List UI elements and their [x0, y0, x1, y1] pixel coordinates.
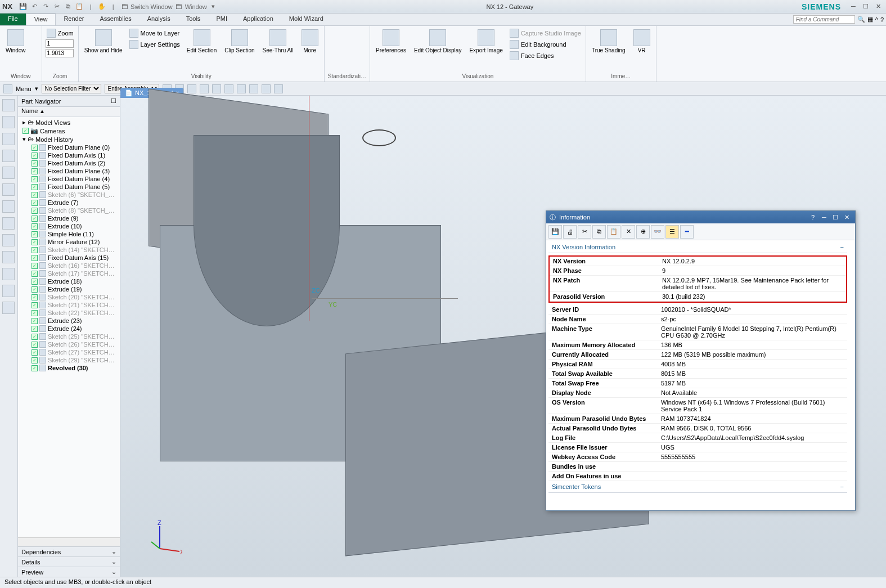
- edit-object-display-button[interactable]: Edit Object Display: [412, 28, 464, 55]
- tb-icon3[interactable]: [187, 84, 196, 93]
- tab-pmi[interactable]: PMI: [208, 14, 235, 25]
- tree-item[interactable]: ✓Fixed Datum Plane (5): [19, 183, 119, 191]
- tree-item[interactable]: ✓Sketch (26) "SKETCH_…: [19, 340, 119, 348]
- tree-item[interactable]: ✓Sketch (17) "SKETCH_…: [19, 270, 119, 277]
- tree-item[interactable]: ✓Sketch (20) "SKETCH_…: [19, 293, 119, 301]
- minimize-button[interactable]: ─: [848, 3, 859, 10]
- tree-item[interactable]: ✓Extrude (23): [19, 317, 119, 325]
- search-icon[interactable]: 🔍: [857, 16, 865, 23]
- copy-icon[interactable]: ⧉: [63, 2, 73, 12]
- tree-item[interactable]: ✓Sketch (6) "SKETCH_0…: [19, 191, 119, 199]
- redo-icon[interactable]: ↷: [41, 2, 51, 12]
- part-navigator-icon[interactable]: [2, 116, 15, 128]
- tb-icon8[interactable]: [249, 84, 258, 93]
- capture-studio-button[interactable]: Capture Studio Image: [509, 28, 582, 38]
- glasses-icon[interactable]: 👓: [651, 225, 664, 239]
- zoom-scale-input[interactable]: [46, 39, 74, 48]
- tree-item[interactable]: ✓Extrude (18): [19, 277, 119, 285]
- window-menu-icon[interactable]: 🗔: [174, 2, 184, 12]
- tree-item[interactable]: ✓Sketch (21) "SKETCH_…: [19, 301, 119, 309]
- options-icon[interactable]: ▦: [867, 16, 873, 23]
- print-icon[interactable]: 🖨: [563, 225, 577, 239]
- navigator-dependencies[interactable]: Dependencies⌄: [18, 546, 120, 556]
- tree-item[interactable]: ✓Extrude (24): [19, 325, 119, 333]
- tb-icon6[interactable]: [224, 84, 233, 93]
- dialog-help-icon[interactable]: ?: [808, 214, 818, 221]
- tab-render[interactable]: Render: [56, 14, 92, 25]
- tab-assemblies[interactable]: Assemblies: [92, 14, 139, 25]
- tb-icon10[interactable]: [274, 84, 283, 93]
- edit-section-button[interactable]: Edit Section: [185, 28, 219, 55]
- tree-item[interactable]: ✓Revolved (30): [19, 364, 119, 372]
- navigator-pin-icon[interactable]: ☐: [111, 97, 116, 105]
- dialog-maximize-icon[interactable]: ☐: [830, 214, 840, 221]
- view-icon[interactable]: [2, 183, 15, 196]
- dropdown-icon[interactable]: ▾: [208, 2, 218, 12]
- tab-mold[interactable]: Mold Wizard: [281, 14, 331, 25]
- undo-icon[interactable]: ↶: [29, 2, 39, 12]
- touch-icon[interactable]: ✋: [97, 2, 107, 12]
- clip-section-button[interactable]: Clip Section: [222, 28, 257, 55]
- navigator-details[interactable]: Details⌄: [18, 556, 120, 567]
- collapse-icon[interactable]: ━: [680, 225, 694, 239]
- reuse-library-icon[interactable]: [2, 167, 15, 179]
- section-nx-version[interactable]: NX Version Information−: [548, 241, 847, 253]
- export-image-button[interactable]: Export Image: [467, 28, 505, 55]
- maximize-button[interactable]: ☐: [860, 3, 871, 10]
- info-icon[interactable]: [2, 217, 15, 230]
- layers-icon[interactable]: [2, 200, 15, 213]
- tree-item[interactable]: ✓Sketch (8) "SKETCH_0…: [19, 207, 119, 214]
- true-shading-button[interactable]: True Shading: [590, 28, 628, 55]
- history-icon[interactable]: [2, 234, 15, 246]
- tree-item[interactable]: ✓Sketch (22) "SKETCH_…: [19, 309, 119, 317]
- dialog-close-icon[interactable]: ✕: [842, 214, 852, 221]
- cut-info-icon[interactable]: ✂: [578, 225, 591, 239]
- tree-item[interactable]: ✓Extrude (7): [19, 199, 119, 207]
- tab-tools[interactable]: Tools: [178, 14, 209, 25]
- tree-item[interactable]: ✓Sketch (25) "SKETCH_…: [19, 333, 119, 340]
- menu-button[interactable]: Menu: [16, 86, 32, 92]
- tools-icon[interactable]: [2, 268, 15, 280]
- tree-cameras[interactable]: ✓ 📷 Cameras: [19, 127, 119, 135]
- window-button[interactable]: Window: [3, 28, 28, 55]
- close-button[interactable]: ✕: [872, 3, 884, 10]
- clock-icon[interactable]: [2, 251, 15, 263]
- tree-item[interactable]: ✓Simple Hole (11): [19, 230, 119, 238]
- navigator-column-name[interactable]: Name ▲: [18, 107, 120, 117]
- help-icon[interactable]: ?: [880, 16, 884, 23]
- window-menu-button[interactable]: Window: [185, 2, 207, 12]
- paste-info-icon[interactable]: 📋: [607, 225, 620, 239]
- misc-icon[interactable]: [2, 302, 15, 314]
- tree-item[interactable]: ✓Sketch (14) "SKETCH_…: [19, 246, 119, 254]
- tree-item[interactable]: ✓Fixed Datum Plane (0): [19, 143, 119, 151]
- tree-item[interactable]: ✓Fixed Datum Axis (1): [19, 151, 119, 159]
- cut-icon[interactable]: ✂: [52, 2, 62, 12]
- tree-item[interactable]: ✓Sketch (16) "SKETCH_…: [19, 262, 119, 270]
- tb-icon7[interactable]: [237, 84, 246, 93]
- tree-item[interactable]: ✓Fixed Datum Plane (4): [19, 175, 119, 183]
- tb-icon5[interactable]: [212, 84, 221, 93]
- save-info-icon[interactable]: 💾: [548, 225, 562, 239]
- tree-item[interactable]: ✓Mirror Feature (12): [19, 238, 119, 246]
- navigator-preview[interactable]: Preview⌄: [18, 567, 120, 577]
- tree-item[interactable]: ✓Fixed Datum Plane (3): [19, 167, 119, 175]
- tree-model-views[interactable]: ▸ 🗁 Model Views: [19, 118, 119, 127]
- switch-window-button[interactable]: Switch Window: [131, 2, 173, 12]
- face-edges-button[interactable]: Face Edges: [509, 51, 582, 61]
- list-icon[interactable]: ☰: [665, 225, 679, 239]
- tab-view[interactable]: View: [26, 14, 56, 25]
- vr-button[interactable]: VR: [631, 28, 653, 55]
- edit-background-button[interactable]: Edit Background: [509, 39, 582, 50]
- tree-item[interactable]: ✓Fixed Datum Axis (15): [19, 254, 119, 262]
- graphics-viewport[interactable]: 📄 NX_12.0.0.prt × ZCYC ZX ⓘ Information …: [120, 96, 886, 577]
- collapse-ribbon-icon[interactable]: ^: [875, 16, 878, 23]
- assembly-navigator-icon[interactable]: [2, 133, 15, 145]
- more-visibility-button[interactable]: More: [299, 28, 321, 55]
- layer-settings-button[interactable]: Layer Settings: [128, 39, 181, 50]
- tab-application[interactable]: Application: [235, 14, 281, 25]
- target-icon[interactable]: ⊕: [636, 225, 650, 239]
- delete-info-icon[interactable]: ✕: [622, 225, 635, 239]
- command-search-input[interactable]: [793, 15, 855, 24]
- preferences-button[interactable]: Preferences: [374, 28, 408, 55]
- see-thru-button[interactable]: See-Thru All: [260, 28, 296, 55]
